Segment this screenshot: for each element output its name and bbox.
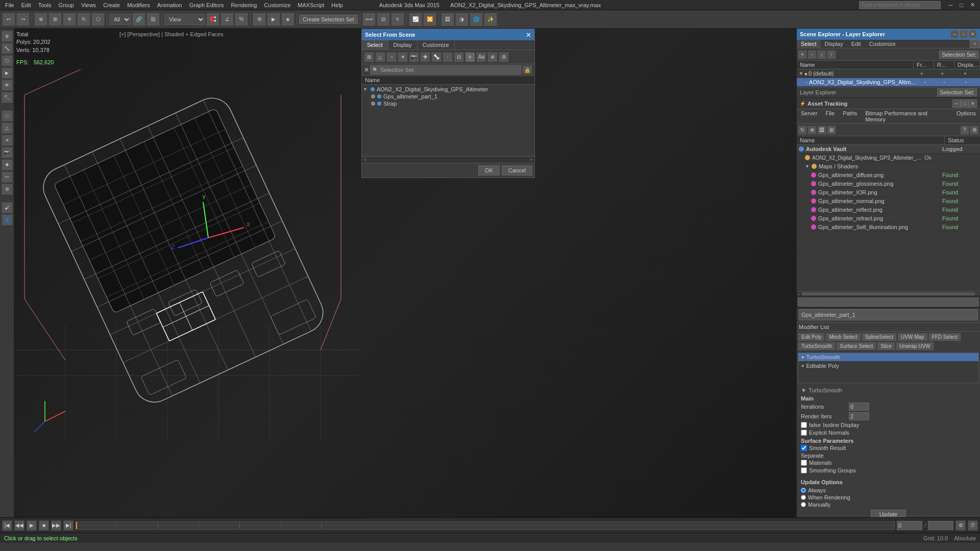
ts-isoline-checkbox[interactable] (801, 422, 807, 428)
effects-btn[interactable]: ✨ (484, 13, 497, 26)
undo-btn[interactable]: ↩ (2, 13, 15, 26)
filter-particle-btn[interactable]: · (443, 52, 453, 62)
menu-file[interactable]: File (2, 2, 17, 8)
at-row-8[interactable]: Gps_altimeter_refract.png Found (797, 214, 980, 223)
menu-edit[interactable]: Edit (18, 2, 34, 8)
active-shade-btn[interactable]: ◑ (455, 13, 469, 26)
select-region-btn[interactable]: ⊞ (48, 13, 62, 26)
clear-search-icon[interactable]: ✕ (364, 66, 369, 73)
ts-iterations-input[interactable] (849, 403, 869, 411)
create-helper-btn[interactable]: ✚ (2, 159, 13, 170)
minimize-btn[interactable]: ─ (946, 2, 956, 8)
at-row-7[interactable]: Gps_altimeter_reflect.png Found (797, 206, 980, 214)
se-close-btn[interactable]: ✕ (969, 30, 977, 38)
at-scrollbar-h[interactable]: < > (797, 291, 980, 296)
create-system-btn[interactable]: ⚙ (2, 184, 13, 195)
tl-settings-btn[interactable]: ⚙ (955, 520, 966, 531)
filter-helper-btn[interactable]: ✚ (420, 52, 430, 62)
motion-tab[interactable]: ▶ (2, 67, 13, 79)
utilities-tab[interactable]: 🔨 (2, 92, 13, 103)
modify-tab[interactable]: 🔧 (2, 43, 13, 54)
lock-btn[interactable]: 🔒 (522, 65, 532, 74)
at-row-6[interactable]: Gps_altimeter_normal.png Found (797, 197, 980, 206)
link-btn[interactable]: 🔗 (132, 13, 145, 26)
at-row-1[interactable]: AON2_X2_Digital_Skydiving_GPS_Altimeter_… (797, 154, 980, 162)
mod-btn-unwrap[interactable]: Unwrap UVW (896, 342, 934, 350)
at-menu-file[interactable]: File (821, 109, 839, 123)
layer-selection-set[interactable]: Selection Set: (937, 88, 977, 96)
menu-create[interactable]: Create (100, 2, 123, 8)
update-always-radio[interactable] (801, 488, 806, 493)
move-btn[interactable]: ✛ (63, 13, 76, 26)
at-menu-paths[interactable]: Paths (839, 109, 861, 123)
menu-views[interactable]: Views (78, 2, 99, 8)
at-row-2[interactable]: ▼ Maps / Shaders (797, 162, 980, 171)
ts-render-iters-input[interactable] (849, 412, 869, 420)
create-shape-btn[interactable]: △ (2, 122, 13, 134)
mod-btn-surfaceselect[interactable]: Surface Select (836, 342, 876, 350)
at-grid-btn[interactable]: ⊞ (827, 126, 836, 135)
at-select-btn[interactable]: ⊕ (807, 126, 817, 135)
at-help-btn[interactable]: ? (960, 126, 969, 135)
at-rows[interactable]: Autodesk Vault Logged AON2_X2_Digital_Sk… (797, 145, 980, 291)
at-menu-server[interactable]: Server (797, 109, 821, 123)
angle-snap-btn[interactable]: ∠ (220, 13, 234, 26)
se-add-explorer-btn[interactable]: + (970, 40, 980, 48)
help-search[interactable] (859, 1, 941, 9)
object-name-field[interactable] (799, 309, 978, 320)
menu-modifiers[interactable]: Modifiers (124, 2, 153, 8)
at-menu-options[interactable]: Options (952, 109, 980, 123)
stack-item-turbosmooth[interactable]: ● TurboSmooth (798, 353, 978, 362)
tab-customize[interactable]: Customize (418, 40, 455, 49)
mod-btn-uvwmap[interactable]: UVW Map (897, 333, 928, 341)
snap-btn[interactable]: 🧲 (206, 13, 219, 26)
populate-btn[interactable]: 👤 (2, 214, 13, 226)
at-menu-bitmap[interactable]: Bitmap Performance and Memory (861, 109, 952, 123)
create-space-warp-btn[interactable]: 〜 (2, 171, 13, 183)
create-tab[interactable]: ⊕ (2, 31, 13, 42)
tab-display[interactable]: Display (388, 40, 418, 49)
view-dropdown[interactable]: View (164, 14, 205, 25)
toggle-layer-btn[interactable]: ≡ (465, 52, 475, 62)
mod-btn-meshselect[interactable]: Mesh Select (825, 333, 861, 341)
paint-deform-btn[interactable]: 🖌 (2, 202, 13, 213)
filter-dropdown[interactable]: All (109, 14, 131, 25)
toggle-case-btn[interactable]: Aa (476, 52, 486, 62)
menu-help[interactable]: Help (328, 2, 346, 8)
stack-item-editablepoly[interactable]: ● Editable Poly (798, 362, 978, 370)
close-btn[interactable]: ✕ (967, 2, 978, 8)
create-geometry-btn[interactable]: □ (2, 110, 13, 121)
panel-close-btn[interactable]: ✕ (526, 31, 531, 39)
ts-smoothing-groups-checkbox[interactable] (801, 467, 807, 473)
tl-next-key-btn[interactable]: ▶▶ (51, 520, 61, 531)
hierarchy-tab[interactable]: ⬡ (2, 55, 13, 66)
select-subtree-btn[interactable]: ⊕ (487, 52, 498, 62)
percent-snap-btn[interactable]: % (235, 13, 248, 26)
se-tab-edit[interactable]: Edit (847, 40, 865, 48)
tl-prev-frame-btn[interactable]: |◀ (2, 520, 12, 531)
create-camera-btn[interactable]: 📷 (2, 147, 13, 158)
schematic-view-btn[interactable]: 🔀 (423, 13, 436, 26)
material-editor-btn[interactable]: ◈ (281, 13, 295, 26)
display-tab[interactable]: 👁 (2, 80, 13, 91)
at-close-btn[interactable]: ✕ (969, 99, 977, 108)
filter-shape-btn[interactable]: ○ (386, 52, 397, 62)
menu-tools[interactable]: Tools (35, 2, 55, 8)
at-row-3[interactable]: Gps_altimeter_diffuse.png Found (797, 171, 980, 180)
filter-bone-btn[interactable]: 🦴 (431, 52, 442, 62)
modifier-stack[interactable]: ● TurboSmooth ● Editable Poly (798, 353, 979, 383)
render-setup-btn[interactable]: ⚙ (253, 13, 266, 26)
tab-select[interactable]: Select (362, 40, 388, 49)
menu-graph-editors[interactable]: Graph Editors (186, 2, 227, 8)
filter-camera-btn[interactable]: 📷 (409, 52, 419, 62)
ts-explicit-checkbox[interactable] (801, 430, 807, 436)
tl-play-btn[interactable]: ▶ (27, 520, 37, 531)
mod-btn-ffdselect[interactable]: FFD Select (928, 333, 961, 341)
selection-set-display[interactable]: Selection Set: (939, 51, 979, 59)
se-tab-display[interactable]: Display (821, 40, 847, 48)
at-row-9[interactable]: Gps_altimeter_Self_illumination.png Foun… (797, 223, 980, 232)
se-restore-btn[interactable]: □ (960, 30, 968, 38)
se-tab-select[interactable]: Select (797, 40, 821, 48)
filter-geo-btn[interactable]: △ (375, 52, 385, 62)
se-tab-customize[interactable]: Customize (865, 40, 900, 48)
